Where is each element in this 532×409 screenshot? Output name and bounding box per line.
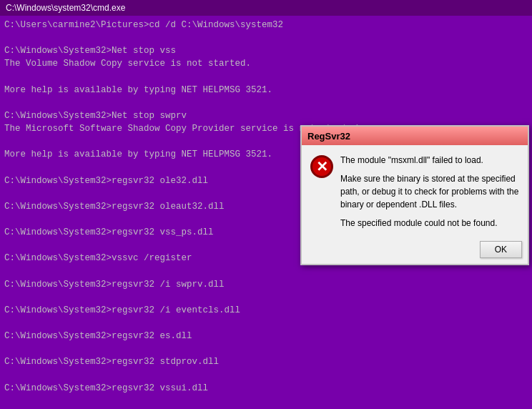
error-circle: ✕: [310, 155, 333, 178]
cmd-line-blank-10: [4, 291, 528, 304]
cmd-line-blank-1: [4, 31, 528, 44]
regsvr32-dialog: RegSvr32 ✕ The module "msxml.dll" failed…: [300, 125, 529, 265]
error-icon: ✕: [310, 155, 333, 178]
cmd-line-blank-14: [4, 395, 528, 408]
cmd-title-bar: C:\Windows\system32\cmd.exe: [0, 0, 532, 16]
cmd-line-4: More help is available by typing NET HEL…: [4, 84, 528, 97]
dialog-title-bar: RegSvr32: [302, 127, 528, 145]
dialog-body: ✕ The module "msxml.dll" failed to load.…: [302, 145, 528, 238]
dialog-title-text: RegSvr32: [307, 131, 350, 142]
cmd-line-1: C:\Users\carmine2\Pictures>cd /d C:\Wind…: [4, 19, 528, 31]
dialog-final-message: The specified module could not be found.: [340, 217, 519, 230]
cmd-line-16: C:\Windows\System32>regsvr32 vssui.dll: [4, 382, 528, 395]
cmd-line-14: C:\Windows\System32>regsvr32 es.dll: [4, 330, 528, 343]
cmd-line-2: C:\Windows\System32>Net stop vss: [4, 44, 528, 57]
cmd-line-blank-11: [4, 317, 528, 330]
cmd-window: C:\Windows\system32\cmd.exe C:\Users\car…: [0, 0, 532, 409]
cmd-line-blank-12: [4, 343, 528, 355]
dialog-text: The module "msxml.dll" failed to load. M…: [340, 154, 519, 232]
dialog-main-message: The module "msxml.dll" failed to load.: [340, 154, 519, 167]
cmd-line-blank-3: [4, 97, 528, 109]
dialog-footer: OK: [302, 238, 528, 264]
cmd-title-text: C:\Windows\system32\cmd.exe: [6, 3, 125, 13]
cmd-line-12: C:\Windows\System32>regsvr32 /i swprv.dl…: [4, 278, 528, 291]
cmd-line-3: The Volume Shadow Copy service is not st…: [4, 57, 528, 70]
cmd-line-5: C:\Windows\System32>Net stop swprv: [4, 109, 528, 122]
dialog-detail-message: Make sure the binary is stored at the sp…: [340, 172, 519, 211]
cmd-line-13: C:\Windows\System32>regsvr32 /i eventcls…: [4, 304, 528, 317]
cmd-line-blank-9: [4, 265, 528, 277]
ok-button[interactable]: OK: [480, 241, 522, 258]
cmd-line-15: C:\Windows\System32>regsvr32 stdprov.dll: [4, 355, 528, 368]
cmd-line-blank-2: [4, 71, 528, 84]
cmd-line-blank-13: [4, 368, 528, 381]
